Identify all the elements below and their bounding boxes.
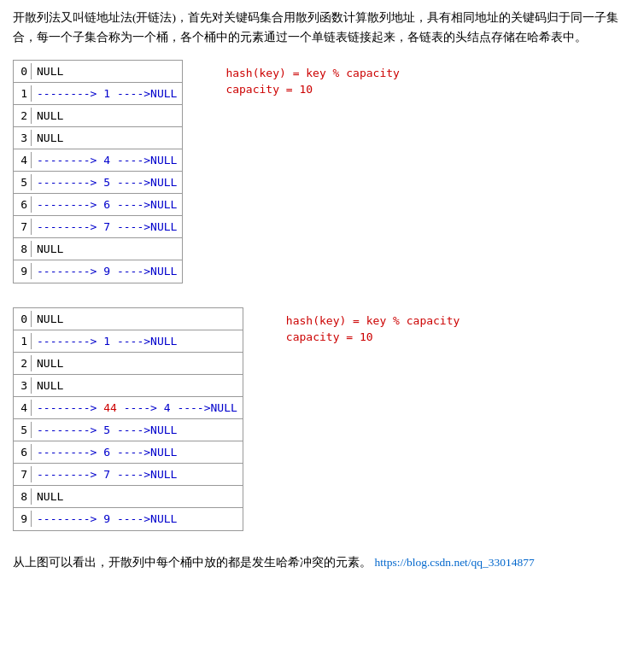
- row-index: 6: [14, 446, 31, 459]
- row-index: 4: [14, 401, 31, 414]
- table-row: 7 --------> 7 ---->NULL: [14, 216, 182, 238]
- hash-table-1: 0 NULL 1 --------> 1 ---->NULL 2 NULL 3 …: [13, 60, 183, 283]
- null-cell: NULL: [31, 488, 78, 505]
- chain-cell: --------> 7 ---->NULL: [31, 219, 182, 235]
- chain-cell: --------> 1 ---->NULL: [31, 333, 182, 349]
- footer-text: 从上图可以看出，开散列中每个桶中放的都是发生哈希冲突的元素。: [13, 556, 372, 569]
- chain-cell: --------> 44 ----> 4 ---->NULL: [31, 400, 243, 416]
- null-cell: NULL: [31, 130, 78, 146]
- table-row: 7 --------> 7 ---->NULL: [14, 464, 243, 486]
- row-index: 9: [14, 265, 31, 278]
- row-index: 2: [14, 357, 31, 370]
- row-index: 6: [14, 198, 31, 211]
- chain-cell: --------> 1 ---->NULL: [31, 85, 182, 102]
- hash-table-2: 0 NULL 1 --------> 1 ---->NULL 2 NULL 3 …: [13, 307, 243, 531]
- table-row: 3 NULL: [14, 127, 182, 149]
- row-index: 5: [14, 424, 31, 436]
- row-index: 8: [14, 490, 31, 503]
- row-index: 3: [14, 131, 31, 144]
- hash-info-1: hash(key) = key % capacity capacity = 10: [225, 67, 400, 96]
- hash-table-section-1: 0 NULL 1 --------> 1 ---->NULL 2 NULL 3 …: [13, 60, 631, 295]
- capacity-label-1: capacity = 10: [225, 83, 400, 96]
- row-index: 2: [14, 109, 31, 122]
- table-row: 2 NULL: [14, 105, 182, 127]
- table-row: 4 --------> 4 ---->NULL: [14, 149, 182, 172]
- table-row: 0 NULL: [14, 61, 182, 83]
- chain-cell: --------> 5 ---->NULL: [31, 174, 182, 190]
- table-row: 1 --------> 1 ---->NULL: [14, 330, 243, 353]
- table-row: 2 NULL: [14, 353, 243, 375]
- intro-paragraph: 开散列法又叫链地址法(开链法)，首先对关键码集合用散列函数计算散列地址，具有相同…: [13, 9, 631, 48]
- table-row: 6 --------> 6 ---->NULL: [14, 194, 182, 216]
- hash-formula-2: hash(key) = key % capacity: [286, 314, 460, 327]
- table-row: 8 NULL: [14, 486, 243, 508]
- hash-table-section-2: 0 NULL 1 --------> 1 ---->NULL 2 NULL 3 …: [13, 307, 631, 543]
- row-index: 0: [14, 65, 31, 78]
- row-index: 4: [14, 154, 31, 167]
- capacity-label-2: capacity = 10: [286, 330, 460, 343]
- null-cell: NULL: [31, 63, 78, 79]
- table-row: 0 NULL: [14, 308, 243, 330]
- table-row: 3 NULL: [14, 375, 243, 397]
- null-cell: NULL: [31, 241, 78, 257]
- row-index: 1: [14, 87, 31, 100]
- null-cell: NULL: [31, 355, 78, 371]
- chain-cell: --------> 4 ---->NULL: [31, 152, 182, 168]
- footer-link[interactable]: https://blog.csdn.net/qq_33014877: [374, 556, 535, 569]
- table-row: 8 NULL: [14, 238, 182, 260]
- chain-cell: --------> 7 ---->NULL: [31, 466, 182, 482]
- row-index: 3: [14, 379, 31, 392]
- table-row: 6 --------> 6 ---->NULL: [14, 441, 243, 464]
- footer-section: 从上图可以看出，开散列中每个桶中放的都是发生哈希冲突的元素。 https://b…: [13, 555, 631, 570]
- chain-cell: --------> 6 ---->NULL: [31, 196, 182, 213]
- row-index: 7: [14, 468, 31, 481]
- table-row: 1 --------> 1 ---->NULL: [14, 83, 182, 105]
- table-row: 9 --------> 9 ---->NULL: [14, 260, 182, 283]
- row-index: 7: [14, 220, 31, 233]
- hash-formula-1: hash(key) = key % capacity: [225, 67, 400, 79]
- table-row: 4 --------> 44 ----> 4 ---->NULL: [14, 397, 243, 419]
- table-row: 9 --------> 9 ---->NULL: [14, 508, 243, 530]
- chain-cell: --------> 6 ---->NULL: [31, 444, 182, 460]
- chain-cell: --------> 9 ---->NULL: [31, 263, 182, 279]
- null-cell: NULL: [31, 311, 78, 327]
- row-index: 9: [14, 512, 31, 525]
- table-row: 5 --------> 5 ---->NULL: [14, 419, 243, 441]
- row-index: 5: [14, 176, 31, 189]
- hash-info-2: hash(key) = key % capacity capacity = 10: [286, 314, 460, 343]
- table-row: 5 --------> 5 ---->NULL: [14, 172, 182, 194]
- null-cell: NULL: [31, 377, 78, 394]
- chain-cell: --------> 5 ---->NULL: [31, 422, 182, 438]
- chain-cell: --------> 9 ---->NULL: [31, 511, 182, 527]
- null-cell: NULL: [31, 108, 78, 124]
- row-index: 8: [14, 243, 31, 255]
- row-index: 0: [14, 313, 31, 325]
- row-index: 1: [14, 335, 31, 348]
